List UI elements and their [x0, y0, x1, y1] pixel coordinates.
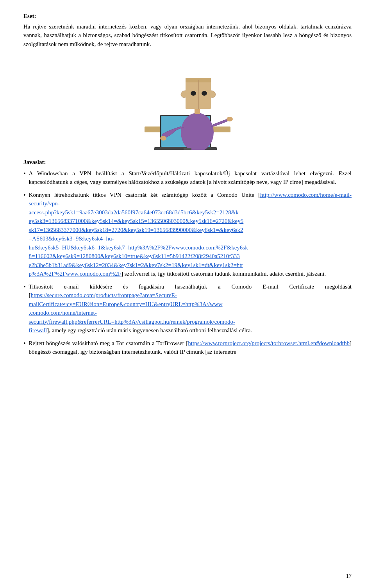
- comodo-email-cert-link[interactable]: https://secure.comodo.com/products/front…: [29, 292, 235, 333]
- list-item-3: Titkosított e-mail küldésére és fogadásá…: [23, 282, 352, 335]
- intro-paragraph: Ha rejtve szeretnénk maradni internetezé…: [23, 22, 352, 49]
- svg-point-12: [160, 136, 166, 141]
- page-number: 17: [346, 572, 352, 580]
- list-item-4: Rejtett böngészés valósítható meg a Tor …: [23, 339, 352, 356]
- javaslat-title: Javaslat:: [23, 158, 352, 167]
- comodo-vpn-link[interactable]: http://www.comodo.com/home/e-mail-securi…: [29, 192, 352, 277]
- page-content: Eset: Ha rejtve szeretnénk maradni inter…: [23, 12, 352, 356]
- illustration-svg: [129, 56, 246, 150]
- bullet-4-text: Rejtett böngészés valósítható meg a Tor …: [29, 339, 352, 356]
- list-item-1: A Windowsban a VPN beállítást a Start/Ve…: [23, 169, 352, 187]
- svg-point-11: [227, 117, 233, 121]
- bullet-1-text: A Windowsban a VPN beállítást a Start/Ve…: [29, 169, 352, 187]
- bullet-3-text: Titkosított e-mail küldésére és fogadásá…: [29, 282, 352, 335]
- bullet-2-text: Könnyen létrehozhatunk titkos VPN csator…: [29, 191, 352, 278]
- svg-point-10: [202, 91, 207, 96]
- bullet-list: A Windowsban a VPN beállítást a Start/Ve…: [23, 169, 352, 356]
- javaslat-section: Javaslat: A Windowsban a VPN beállítást …: [23, 158, 352, 356]
- section-title: Eset:: [23, 12, 352, 21]
- svg-point-9: [191, 91, 196, 96]
- svg-rect-13: [184, 148, 191, 150]
- list-item-2: Könnyen létrehozhatunk titkos VPN csator…: [23, 191, 352, 278]
- illustration-container: [23, 56, 352, 150]
- torbrowser-link[interactable]: https://www.torproject.org/projects/torb…: [188, 340, 350, 346]
